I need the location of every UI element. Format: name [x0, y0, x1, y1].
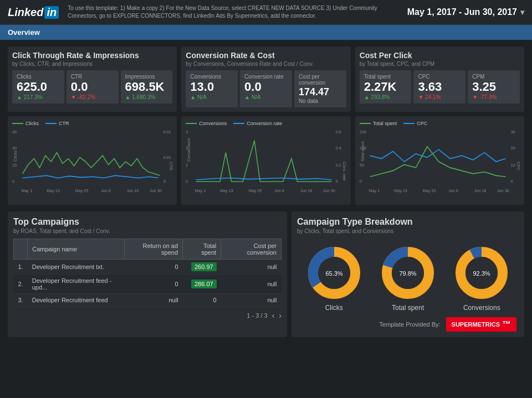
cpc-legend-dot [403, 123, 415, 124]
conversions-card: Conversions 13.0 ▲ N/A [186, 70, 238, 107]
cost-chart-legend: Total spent CPC [360, 121, 520, 126]
pagination-prev[interactable]: ‹ [272, 311, 275, 320]
clicks-chart: Clicks CTR 45 30 15 0 0.01 0.01 0 [8, 116, 177, 205]
svg-text:CTR: CTR [168, 162, 172, 170]
cost-per-conv-value: 174.47 [299, 87, 342, 97]
row2-roas: 0 [125, 275, 183, 294]
conversions-legend-item: Conversions [186, 121, 227, 126]
row1-name: Developer Recruitment txt. [28, 260, 125, 275]
cost-per-conv-change: No data [299, 98, 342, 104]
cost-per-click-cards: Total spent 2.27K ▲ 293.8% CPC 3.63 ▼ 24… [360, 70, 520, 104]
cpm-value: 3.25 [472, 81, 515, 93]
clicks-legend-dot [12, 123, 23, 124]
breakdown-section: Campaign Type Breakdown by Clicks, Total… [291, 211, 524, 337]
svg-text:10: 10 [510, 163, 515, 168]
conversions-donut-svg: 92.3% [454, 245, 509, 301]
clicks-legend-item: Clicks [12, 121, 39, 126]
col-cost-conv: Cost per conversion [221, 239, 282, 260]
conversion-rate-card: Conversion rate 0.0 ▲ N/A [240, 70, 292, 107]
date-dropdown-icon[interactable]: ▾ [520, 8, 524, 17]
total-spent-legend-label: Total spent [373, 121, 397, 126]
svg-text:0: 0 [163, 179, 166, 184]
col-num [14, 239, 28, 260]
clicks-value: 625.0 [17, 81, 60, 93]
click-through-title: Click Through Rate & Impressions [12, 51, 172, 60]
cost-per-conv-card: Cost per conversion 174.47 No data [294, 70, 346, 107]
total-spent-label: Total spent [364, 74, 407, 80]
total-spent-legend-dot [360, 123, 371, 124]
conversion-rate-section: Conversion Rate & Cost by Conversions, C… [181, 46, 350, 112]
svg-text:3: 3 [186, 130, 188, 135]
row1-cost: null [221, 260, 282, 275]
svg-text:Jun 6: Jun 6 [274, 188, 284, 193]
cpc-legend-item: CPC [403, 121, 427, 126]
conv-rate-value: 0.0 [244, 81, 288, 93]
total-spent-donut-label: Total spent [392, 304, 424, 312]
clicks-card: Clicks 625.0 ▲ 217.3% [12, 70, 64, 104]
tab-overview[interactable]: Overview [8, 28, 40, 37]
cost-per-click-sub: by Total spent, CPC, and CPM [360, 61, 520, 67]
svg-text:50: 50 [360, 163, 364, 168]
clicks-donut-item: 65.3% Clicks [306, 245, 362, 312]
total-spent-value: 2.27K [364, 81, 407, 93]
svg-text:0.4: 0.4 [336, 146, 341, 151]
pagination-text: 1 - 3 / 3 [247, 312, 267, 319]
row3-name: Developer Recruitment feed [28, 294, 125, 307]
svg-text:65.3%: 65.3% [325, 270, 342, 277]
breakdown-sub: by Clicks, Total spent, and Conversions [297, 228, 519, 234]
svg-text:30: 30 [510, 130, 515, 135]
conversion-rate-title: Conversion Rate & Cost [186, 51, 346, 60]
svg-text:Conv. rate: Conv. rate [342, 162, 346, 181]
svg-text:0.6: 0.6 [336, 130, 341, 135]
conversions-chart: Conversions Conversion rate 3 2 1 0 0.6 … [181, 116, 350, 205]
campaigns-sub: by ROAS, Total spent, and Cost / Conv. [13, 228, 282, 234]
conversion-rate-sub: by Conversions, Conversions Rate and Cos… [186, 61, 346, 67]
cpm-label: CPM [472, 74, 515, 80]
cost-per-conv-label: Cost per conversion [299, 74, 342, 86]
cost-per-click-title: Cost Per Click [360, 51, 520, 60]
row3-cost: null [221, 294, 282, 307]
cpc-change: ▼ 24.1% [418, 94, 461, 100]
svg-text:Jun 30: Jun 30 [150, 188, 162, 193]
click-through-section: Click Through Rate & Impressions by Clic… [8, 46, 177, 112]
conversions-legend-dot [186, 123, 197, 124]
svg-text:15: 15 [12, 163, 17, 168]
row2-cost: null [221, 275, 282, 294]
campaigns-section: Top Campaigns by ROAS, Total spent, and … [8, 211, 287, 337]
impressions-label: Impressions [125, 74, 168, 80]
conv-rate-label: Conversion rate [244, 74, 288, 80]
svg-text:0.2: 0.2 [336, 163, 341, 168]
total-spent-donut-svg: 79.8% [380, 245, 436, 301]
conversions-donut-label: Conversions [463, 304, 500, 312]
clicks-donut-svg: 65.3% [306, 245, 362, 301]
svg-text:May 25: May 25 [422, 188, 436, 193]
svg-text:0: 0 [186, 179, 188, 184]
svg-text:45: 45 [12, 130, 17, 135]
total-spent-donut-item: 79.8% Total spent [380, 245, 436, 312]
conversions-donut-item: 92.3% Conversions [454, 245, 509, 312]
conversions-chart-svg: 3 2 1 0 0.6 0.4 0.2 0 May 1 May 13 May 2… [186, 128, 346, 195]
footer-row: Template Provided By: SUPERMETRICS ™ [297, 317, 519, 332]
svg-text:0: 0 [510, 179, 513, 184]
total-spent-legend-item: Total spent [360, 121, 397, 126]
conversion-rate-cards: Conversions 13.0 ▲ N/A Conversion rate 0… [186, 70, 346, 107]
supermetrics-label: SUPERMETRICS [452, 321, 500, 328]
click-through-cards: Clicks 625.0 ▲ 217.3% CTR 0.0 ▼ -82.2% I… [12, 70, 172, 104]
donut-row: 65.3% Clicks 79.8% Total spent [297, 245, 519, 312]
table-row: 3. Developer Recruitment feed null 0 nul… [14, 294, 282, 307]
pagination-next[interactable]: › [279, 311, 282, 320]
conv-rate-change: ▲ N/A [244, 94, 288, 100]
date-range-text: May 1, 2017 - Jun 30, 2017 [407, 7, 517, 17]
date-range[interactable]: May 1, 2017 - Jun 30, 2017 ▾ [407, 7, 524, 17]
svg-text:May 13: May 13 [220, 188, 233, 193]
campaigns-title: Top Campaigns [13, 217, 282, 227]
svg-text:Total spent: Total spent [360, 141, 365, 162]
svg-text:Jun 18: Jun 18 [127, 188, 139, 193]
linkedin-logo: Linked in [8, 6, 59, 19]
clicks-label: Clicks [17, 74, 60, 80]
impressions-card: Impressions 698.5K ▲ 1,680.3% [121, 70, 173, 104]
svg-text:May 1: May 1 [22, 188, 33, 193]
campaigns-table: Campaign name Return on ad spend Total s… [13, 239, 282, 307]
row1-roas: 0 [125, 260, 183, 275]
cost-chart: Total spent CPC 150 100 50 0 30 20 10 0 [355, 116, 524, 205]
